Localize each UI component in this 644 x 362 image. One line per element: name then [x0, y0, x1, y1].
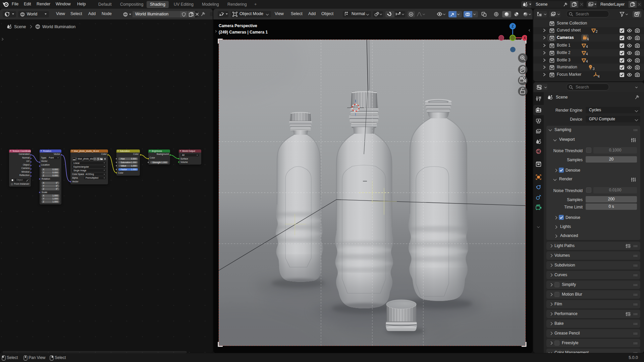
- svg-text:Z: Z: [512, 24, 514, 28]
- svg-text:X: X: [524, 36, 526, 40]
